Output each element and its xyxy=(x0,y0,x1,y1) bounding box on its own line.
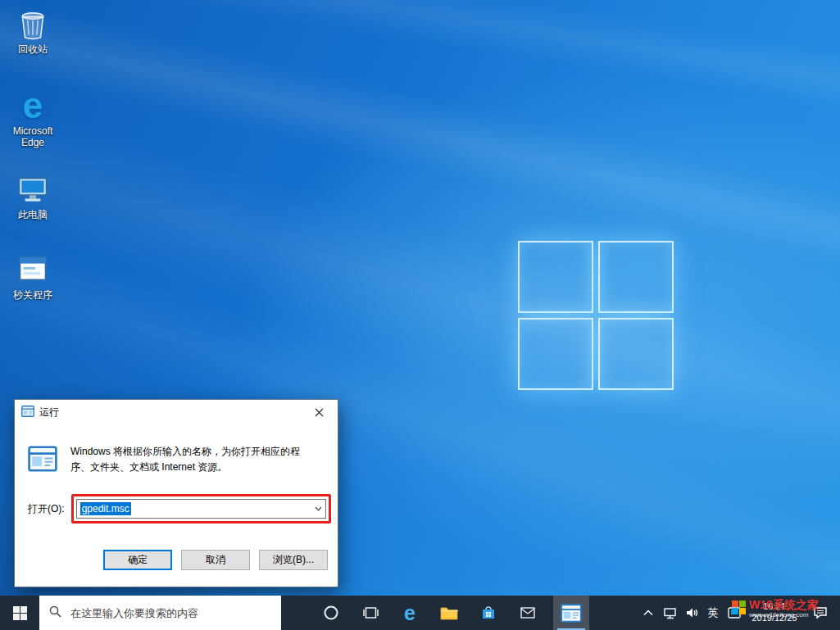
red-highlight-annotation: gpedit.msc xyxy=(71,494,331,523)
taskbar: e xyxy=(0,596,840,630)
windows-logo-wallpaper xyxy=(518,241,674,392)
clock-time: 16:21 xyxy=(745,601,804,613)
task-view-button[interactable] xyxy=(354,596,387,630)
run-window-icon xyxy=(28,446,57,472)
network-icon xyxy=(664,607,677,619)
edge-taskbar-button[interactable]: e xyxy=(393,596,426,630)
action-center-icon xyxy=(813,606,828,619)
desktop-icon-this-pc[interactable]: 此电脑 xyxy=(5,172,61,220)
browse-button[interactable]: 浏览(B)... xyxy=(259,550,328,570)
search-input[interactable] xyxy=(69,606,252,620)
system-tray: 英 16:21 2019/12/25 xyxy=(637,596,840,630)
action-center-button[interactable] xyxy=(804,596,837,630)
desktop-icon-label: 秒关程序 xyxy=(5,289,61,301)
cortana-button[interactable] xyxy=(315,596,347,630)
ime-language-button[interactable]: 英 xyxy=(702,596,724,630)
close-icon[interactable] xyxy=(301,400,338,424)
file-explorer-button[interactable] xyxy=(433,596,465,630)
store-icon xyxy=(481,605,496,620)
volume-button[interactable] xyxy=(681,596,702,630)
file-explorer-icon xyxy=(440,605,458,620)
desktop-icon-label: 回收站 xyxy=(5,43,61,55)
desktop-icon-label: 此电脑 xyxy=(5,209,61,220)
microsoft-store-button[interactable] xyxy=(472,596,505,630)
chevron-up-icon xyxy=(643,610,653,616)
run-dialog: 运行 Windows 将根据你所输入的名称，为你打开相应的程序、文件夹、文档或 … xyxy=(14,399,338,587)
recycle-bin-icon xyxy=(16,7,50,41)
start-button[interactable] xyxy=(0,596,39,630)
cancel-button[interactable]: 取消 xyxy=(181,550,250,570)
run-dialog-title: 运行 xyxy=(39,406,59,419)
run-window-icon xyxy=(561,604,582,623)
run-dialog-title-icon xyxy=(21,406,34,419)
run-command-combobox[interactable]: gpedit.msc xyxy=(76,499,326,519)
mail-button[interactable] xyxy=(511,596,544,630)
run-dialog-description: Windows 将根据你所输入的名称，为你打开相应的程序、文件夹、文档或 Int… xyxy=(70,444,316,474)
ok-button[interactable]: 确定 xyxy=(103,550,172,570)
mail-icon xyxy=(520,607,535,619)
this-pc-icon xyxy=(16,172,50,206)
app-window-icon xyxy=(16,252,50,287)
desktop-icon-recycle-bin[interactable]: 回收站 xyxy=(5,7,61,55)
tray-overflow-button[interactable] xyxy=(637,596,660,630)
desktop-icon-quick-close-program[interactable]: 秒关程序 xyxy=(5,252,61,301)
open-field-label: 打开(O): xyxy=(28,502,65,516)
ime-options-button[interactable] xyxy=(724,596,745,630)
combobox-dropdown-icon[interactable] xyxy=(311,506,325,511)
run-command-value: gpedit.msc xyxy=(80,502,131,515)
clock[interactable]: 16:21 2019/12/25 xyxy=(745,601,804,624)
search-icon xyxy=(49,605,61,621)
edge-icon: e xyxy=(404,603,415,623)
edge-icon: e xyxy=(16,88,50,123)
ime-indicator: 英 xyxy=(708,605,719,620)
desktop-icon-label: Microsoft Edge xyxy=(5,125,61,149)
clock-date: 2019/12/25 xyxy=(745,613,804,624)
network-button[interactable] xyxy=(660,596,681,630)
windows-start-icon xyxy=(13,606,27,620)
volume-icon xyxy=(685,607,698,619)
task-view-icon xyxy=(363,606,379,619)
taskbar-search-box[interactable] xyxy=(39,596,281,630)
ime-options-icon xyxy=(728,607,741,619)
run-dialog-titlebar[interactable]: 运行 xyxy=(15,400,338,424)
cortana-icon xyxy=(323,605,339,621)
desktop-icon-microsoft-edge[interactable]: e Microsoft Edge xyxy=(5,88,61,149)
run-dialog-taskbar-button[interactable] xyxy=(553,596,589,630)
